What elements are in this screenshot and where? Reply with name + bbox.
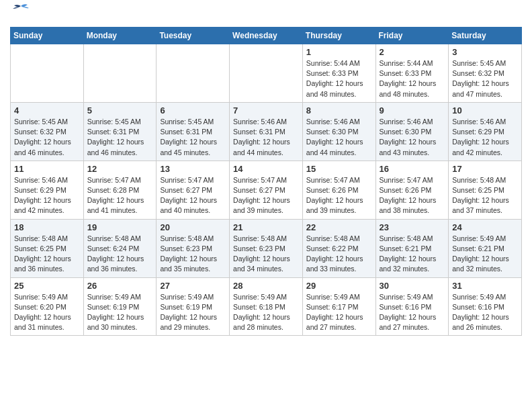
day-info: Sunrise: 5:47 AM Sunset: 6:27 PM Dayligh… [233, 175, 299, 216]
day-info: Sunrise: 5:47 AM Sunset: 6:26 PM Dayligh… [380, 175, 445, 216]
calendar-day-cell: 28Sunrise: 5:49 AM Sunset: 6:18 PM Dayli… [230, 277, 303, 336]
header-monday: Monday [83, 28, 157, 44]
day-number: 19 [87, 222, 153, 232]
calendar-day-cell: 10Sunrise: 5:46 AM Sunset: 6:29 PM Dayli… [449, 102, 522, 161]
day-number: 7 [233, 105, 299, 116]
day-number: 26 [87, 281, 153, 291]
day-number: 25 [14, 281, 80, 291]
day-info: Sunrise: 5:46 AM Sunset: 6:29 PM Dayligh… [452, 117, 518, 158]
day-number: 6 [160, 105, 226, 116]
day-number: 20 [160, 222, 226, 232]
logo-bird-icon [11, 3, 30, 18]
calendar-day-cell: 26Sunrise: 5:49 AM Sunset: 6:19 PM Dayli… [83, 277, 157, 336]
day-number: 16 [380, 164, 445, 174]
day-info: Sunrise: 5:49 AM Sunset: 6:18 PM Dayligh… [233, 292, 299, 333]
day-info: Sunrise: 5:47 AM Sunset: 6:27 PM Dayligh… [160, 175, 226, 216]
day-number: 11 [14, 164, 80, 174]
calendar-day-cell: 31Sunrise: 5:49 AM Sunset: 6:16 PM Dayli… [449, 277, 522, 336]
day-info: Sunrise: 5:48 AM Sunset: 6:23 PM Dayligh… [160, 234, 226, 275]
day-info: Sunrise: 5:47 AM Sunset: 6:26 PM Dayligh… [306, 175, 372, 216]
calendar-day-cell: 23Sunrise: 5:48 AM Sunset: 6:21 PM Dayli… [375, 219, 449, 277]
calendar-day-cell [230, 44, 303, 103]
calendar-week-row: 18Sunrise: 5:48 AM Sunset: 6:25 PM Dayli… [11, 219, 522, 277]
day-number: 15 [306, 164, 372, 174]
day-info: Sunrise: 5:45 AM Sunset: 6:31 PM Dayligh… [87, 117, 153, 158]
calendar-day-cell [83, 44, 157, 103]
day-number: 23 [380, 222, 445, 232]
calendar-day-cell: 25Sunrise: 5:49 AM Sunset: 6:20 PM Dayli… [11, 277, 84, 336]
day-info: Sunrise: 5:49 AM Sunset: 6:16 PM Dayligh… [380, 292, 445, 333]
day-info: Sunrise: 5:49 AM Sunset: 6:21 PM Dayligh… [452, 234, 518, 275]
calendar-day-cell: 9Sunrise: 5:46 AM Sunset: 6:30 PM Daylig… [375, 102, 449, 161]
calendar-day-cell: 15Sunrise: 5:47 AM Sunset: 6:26 PM Dayli… [302, 161, 375, 219]
day-number: 31 [452, 281, 518, 291]
day-number: 27 [160, 281, 226, 291]
day-info: Sunrise: 5:48 AM Sunset: 6:24 PM Dayligh… [87, 234, 153, 275]
calendar-day-cell: 2Sunrise: 5:44 AM Sunset: 6:33 PM Daylig… [375, 44, 449, 103]
calendar-day-cell: 27Sunrise: 5:49 AM Sunset: 6:19 PM Dayli… [157, 277, 230, 336]
calendar-table: SundayMondayTuesdayWednesdayThursdayFrid… [10, 27, 522, 336]
day-number: 8 [306, 105, 372, 116]
header-wednesday: Wednesday [230, 28, 303, 44]
day-info: Sunrise: 5:46 AM Sunset: 6:29 PM Dayligh… [14, 175, 80, 216]
day-number: 2 [380, 47, 445, 57]
day-info: Sunrise: 5:49 AM Sunset: 6:19 PM Dayligh… [160, 292, 226, 333]
day-number: 13 [160, 164, 226, 174]
day-info: Sunrise: 5:49 AM Sunset: 6:16 PM Dayligh… [452, 292, 518, 333]
calendar-day-cell: 11Sunrise: 5:46 AM Sunset: 6:29 PM Dayli… [11, 161, 84, 219]
day-number: 12 [87, 164, 153, 174]
day-info: Sunrise: 5:44 AM Sunset: 6:33 PM Dayligh… [380, 58, 445, 99]
day-number: 5 [87, 105, 153, 116]
calendar-day-cell: 5Sunrise: 5:45 AM Sunset: 6:31 PM Daylig… [83, 102, 157, 161]
day-info: Sunrise: 5:46 AM Sunset: 6:30 PM Dayligh… [380, 117, 445, 158]
calendar-day-cell: 12Sunrise: 5:47 AM Sunset: 6:28 PM Dayli… [83, 161, 157, 219]
day-number: 1 [306, 47, 372, 57]
header-sunday: Sunday [11, 28, 84, 44]
page-header [10, 7, 522, 21]
calendar-day-cell: 30Sunrise: 5:49 AM Sunset: 6:16 PM Dayli… [375, 277, 449, 336]
day-info: Sunrise: 5:49 AM Sunset: 6:20 PM Dayligh… [14, 292, 80, 333]
calendar-week-row: 25Sunrise: 5:49 AM Sunset: 6:20 PM Dayli… [11, 277, 522, 336]
calendar-day-cell: 16Sunrise: 5:47 AM Sunset: 6:26 PM Dayli… [375, 161, 449, 219]
day-info: Sunrise: 5:45 AM Sunset: 6:32 PM Dayligh… [452, 58, 518, 99]
calendar-day-cell [11, 44, 84, 103]
day-number: 28 [233, 281, 299, 291]
calendar-day-cell: 20Sunrise: 5:48 AM Sunset: 6:23 PM Dayli… [157, 219, 230, 277]
day-number: 24 [452, 222, 518, 232]
day-number: 10 [452, 105, 518, 116]
header-thursday: Thursday [302, 28, 375, 44]
day-number: 30 [380, 281, 445, 291]
day-number: 4 [14, 105, 80, 116]
calendar-day-cell: 22Sunrise: 5:48 AM Sunset: 6:22 PM Dayli… [302, 219, 375, 277]
calendar-day-cell: 4Sunrise: 5:45 AM Sunset: 6:32 PM Daylig… [11, 102, 84, 161]
day-number: 18 [14, 222, 80, 232]
header-tuesday: Tuesday [157, 28, 230, 44]
calendar-day-cell: 18Sunrise: 5:48 AM Sunset: 6:25 PM Dayli… [11, 219, 84, 277]
day-info: Sunrise: 5:49 AM Sunset: 6:19 PM Dayligh… [87, 292, 153, 333]
day-info: Sunrise: 5:48 AM Sunset: 6:23 PM Dayligh… [233, 234, 299, 275]
day-number: 9 [380, 105, 445, 116]
day-info: Sunrise: 5:48 AM Sunset: 6:22 PM Dayligh… [306, 234, 372, 275]
calendar-header-row: SundayMondayTuesdayWednesdayThursdayFrid… [11, 28, 522, 44]
header-friday: Friday [375, 28, 449, 44]
calendar-day-cell: 19Sunrise: 5:48 AM Sunset: 6:24 PM Dayli… [83, 219, 157, 277]
day-info: Sunrise: 5:48 AM Sunset: 6:21 PM Dayligh… [380, 234, 445, 275]
header-saturday: Saturday [449, 28, 522, 44]
day-number: 3 [452, 47, 518, 57]
calendar-day-cell: 1Sunrise: 5:44 AM Sunset: 6:33 PM Daylig… [302, 44, 375, 103]
day-info: Sunrise: 5:44 AM Sunset: 6:33 PM Dayligh… [306, 58, 372, 99]
logo [10, 7, 30, 21]
calendar-day-cell: 8Sunrise: 5:46 AM Sunset: 6:30 PM Daylig… [302, 102, 375, 161]
calendar-week-row: 4Sunrise: 5:45 AM Sunset: 6:32 PM Daylig… [11, 102, 522, 161]
calendar-day-cell: 24Sunrise: 5:49 AM Sunset: 6:21 PM Dayli… [449, 219, 522, 277]
calendar-day-cell: 29Sunrise: 5:49 AM Sunset: 6:17 PM Dayli… [302, 277, 375, 336]
day-number: 29 [306, 281, 372, 291]
calendar-day-cell: 13Sunrise: 5:47 AM Sunset: 6:27 PM Dayli… [157, 161, 230, 219]
calendar-day-cell: 17Sunrise: 5:48 AM Sunset: 6:25 PM Dayli… [449, 161, 522, 219]
day-number: 14 [233, 164, 299, 174]
calendar-day-cell [157, 44, 230, 103]
day-info: Sunrise: 5:47 AM Sunset: 6:28 PM Dayligh… [87, 175, 153, 216]
calendar-day-cell: 3Sunrise: 5:45 AM Sunset: 6:32 PM Daylig… [449, 44, 522, 103]
day-info: Sunrise: 5:49 AM Sunset: 6:17 PM Dayligh… [306, 292, 372, 333]
calendar-day-cell: 21Sunrise: 5:48 AM Sunset: 6:23 PM Dayli… [230, 219, 303, 277]
